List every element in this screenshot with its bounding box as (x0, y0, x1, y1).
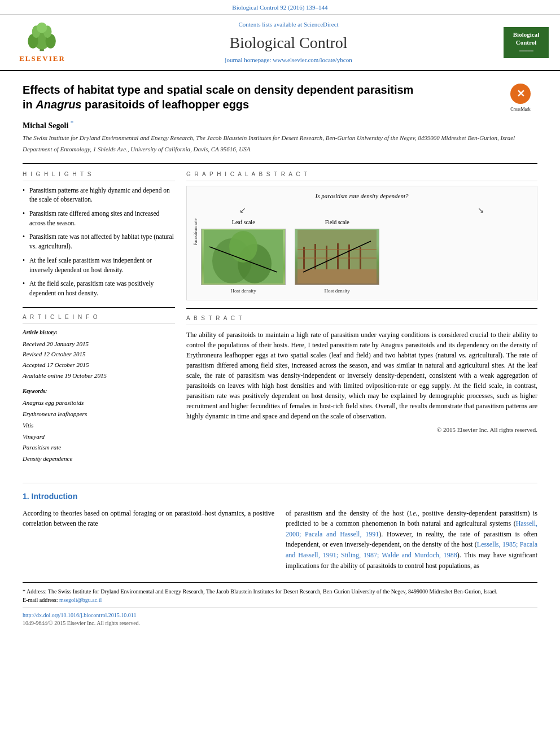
graphical-abstract-column: G R A P H I C A L A B S T R A C T Is par… (186, 171, 537, 471)
article-info-heading: A R T I C L E I N F O (23, 313, 175, 324)
highlight-item-1: Parasitism patterns are highly dynamic a… (23, 186, 175, 204)
article-info-dates: Received 20 January 2015 Revised 12 Octo… (23, 339, 175, 381)
doi-link[interactable]: http://dx.doi.org/10.1016/j.biocontrol.2… (23, 611, 537, 619)
svg-rect-20 (348, 244, 350, 269)
article-history-label: Article history: (23, 329, 175, 337)
author-line: Michal Segoli * (23, 119, 537, 131)
journal-homepage: journal homepage: www.elsevier.com/locat… (73, 56, 504, 64)
elsevier-tree-icon (20, 21, 65, 53)
available-date: Available online 19 October 2015 (23, 370, 175, 381)
leaf-scale-image (201, 229, 286, 285)
journal-top-bar: Biological Control 92 (2016) 139–144 (0, 0, 560, 15)
footnote-section: * Address: The Swiss Institute for Dryla… (23, 582, 537, 604)
highlights-heading: H I G H L I G H T S (23, 171, 175, 181)
footnote-star-note: * Address: The Swiss Institute for Dryla… (23, 587, 537, 596)
journal-title: Biological Control (73, 32, 504, 54)
keywords-list: Anagrus egg parasitoids Erythroneura lea… (23, 397, 175, 465)
article-history: Article history: Received 20 January 201… (23, 329, 175, 381)
svg-rect-15 (298, 269, 377, 283)
intro-section-title: 1. Introduction (23, 491, 537, 503)
graph-images-row: Leaf scale (201, 219, 379, 295)
intro-col1-text: According to theories based on optimal f… (23, 508, 274, 529)
issn-line: 1049-9644/© 2015 Elsevier Inc. All right… (23, 619, 537, 627)
graphical-abstract-box: Is parasitism rate density dependent? ↙ … (186, 186, 537, 301)
graphical-abstract-heading: G R A P H I C A L A B S T R A C T (186, 171, 537, 181)
journal-homepage-link[interactable]: www.elsevier.com/locate/ybcon (273, 56, 352, 63)
highlights-column: H I G H L I G H T S Parasitism patterns … (23, 171, 175, 471)
keywords-section: Keywords: Anagrus egg parasitoids Erythr… (23, 387, 175, 465)
revised-date: Revised 12 October 2015 (23, 349, 175, 360)
svg-point-12 (229, 231, 257, 263)
abstract-section: A B S T R A C T The ability of parasitoi… (186, 308, 537, 434)
article-bottom: http://dx.doi.org/10.1016/j.biocontrol.2… (23, 608, 537, 627)
keyword-4: Vineyard (23, 431, 175, 443)
leaf-scale-svg (204, 230, 283, 283)
highlight-item-3: Parasitism rate was not affected by habi… (23, 232, 175, 251)
svg-text:✕: ✕ (517, 88, 525, 99)
leaf-scale-graph: Leaf scale (201, 219, 286, 295)
keywords-label: Keywords: (23, 387, 175, 395)
abstract-text: The ability of parasitoids to maintain a… (186, 330, 537, 421)
ref-lessells[interactable]: Lessells, 1985; Pacala and Hassell, 1991… (286, 540, 537, 559)
elsevier-brand-text: ELSEVIER (19, 54, 65, 64)
affiliation-1: The Swiss Institute for Dryland Environm… (23, 133, 537, 143)
arrow-left-icon: ↙ (239, 205, 246, 216)
graph-container: Parasitism rate Leaf scale (193, 219, 531, 295)
parasitism-rate-y-label: Parasitism rate (193, 219, 199, 245)
badge-title-line2: Control (507, 38, 545, 46)
accepted-date: Accepted 17 October 2015 (23, 360, 175, 370)
keyword-3: Vitis (23, 420, 175, 431)
svg-rect-17 (314, 244, 316, 269)
elsevier-logo: ELSEVIER (11, 21, 73, 64)
arrows-decoration: ↙ ↘ (193, 205, 531, 216)
email-label: E-mail address: (23, 597, 58, 603)
received-date: Received 20 January 2015 (23, 339, 175, 350)
svg-point-6 (37, 23, 47, 33)
affiliation-2: Department of Entomology, 1 Shields Ave.… (23, 145, 537, 154)
intro-col-2: of parasitism and the density of the hos… (286, 508, 537, 571)
crossmark-badge[interactable]: ✕ CrossMark (504, 82, 537, 112)
footnote-email: E-mail address: msegoli@bgu.ac.il (23, 596, 537, 604)
author-name: Michal Segoli (23, 121, 68, 129)
science-direct-link[interactable]: ScienceDirect (304, 21, 339, 28)
main-content: Effects of habitat type and spatial scal… (0, 71, 560, 639)
journal-header: ELSEVIER Contents lists available at Sci… (0, 15, 560, 71)
science-direct-label: Contents lists available at ScienceDirec… (73, 20, 504, 29)
highlight-item-4: At the leaf scale parasitism was indepen… (23, 256, 175, 274)
keyword-2: Erythroneura leafhoppers (23, 409, 175, 420)
keyword-1: Anagrus egg parasitoids (23, 397, 175, 409)
journal-citation: Biological Control 92 (2016) 139–144 (232, 4, 327, 11)
intro-col2-text: of parasitism and the density of the hos… (286, 508, 537, 571)
intro-two-col: According to theories based on optimal f… (23, 508, 537, 571)
highlight-item-5: At the field scale, parasitism rate was … (23, 279, 175, 298)
introduction-section: 1. Introduction According to theories ba… (23, 483, 537, 571)
host-density-label-2: Host density (325, 287, 350, 295)
graphical-abstract-question: Is parasitism rate density dependent? (193, 192, 531, 200)
field-scale-graph: Field scale (295, 219, 379, 295)
bio-control-badge: Biological Control ━━━━━ (504, 27, 549, 58)
journal-center-info: Contents lists available at ScienceDirec… (73, 20, 504, 64)
intro-col-1: According to theories based on optimal f… (23, 508, 274, 571)
article-title-section: Effects of habitat type and spatial scal… (23, 82, 537, 112)
author-footnote-symbol: * (71, 119, 74, 126)
crossmark-label: CrossMark (510, 106, 531, 112)
field-scale-svg (298, 230, 377, 283)
abstract-heading: A B S T R A C T (186, 314, 537, 325)
highlights-abstract-section: H I G H L I G H T S Parasitism patterns … (23, 163, 537, 471)
crossmark-icon: ✕ (509, 82, 532, 105)
ref-hassell[interactable]: Hassell, 2000; Pacala and Hassell, 1991 (286, 519, 537, 538)
badge-title-line1: Biological (507, 30, 545, 38)
svg-rect-18 (326, 246, 327, 269)
article-title: Effects of habitat type and spatial scal… (23, 82, 413, 112)
badge-decoration: ━━━━━ (507, 49, 545, 54)
field-scale-image (295, 229, 379, 285)
copyright-line: © 2015 Elsevier Inc. All rights reserved… (186, 426, 537, 434)
host-density-label-1: Host density (231, 287, 256, 295)
keyword-5: Parasitism rate (23, 442, 175, 453)
arrow-right-icon: ↘ (478, 205, 484, 216)
highlights-list: Parasitism patterns are highly dynamic a… (23, 186, 175, 298)
article-info-section: A R T I C L E I N F O Article history: R… (23, 307, 175, 465)
leaf-scale-label: Leaf scale (232, 219, 255, 226)
field-scale-label: Field scale (325, 219, 349, 226)
email-address[interactable]: msegoli@bgu.ac.il (59, 597, 102, 603)
